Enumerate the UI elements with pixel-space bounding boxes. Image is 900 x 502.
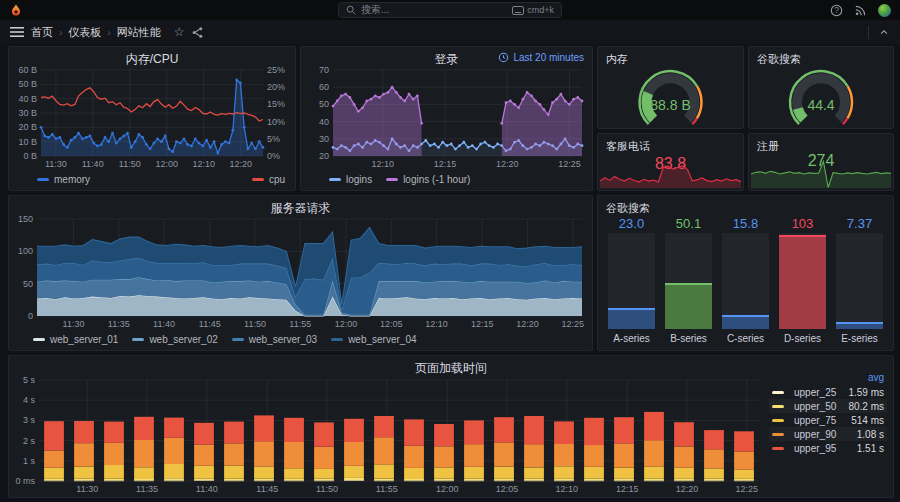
server-requests-chart[interactable]: 05010015011:3011:3511:4011:4511:5011:551… xyxy=(11,214,590,330)
panel-google-gauge: 谷歌搜索 44.4 xyxy=(748,46,894,129)
support-calls-sparkline xyxy=(599,163,742,189)
legend-item-web-server-01[interactable]: web_server_01 xyxy=(33,334,118,345)
legend-label: cpu xyxy=(269,174,285,185)
legend-label: upper_95 xyxy=(794,443,836,454)
svg-text:40: 40 xyxy=(319,117,329,127)
svg-text:11:50: 11:50 xyxy=(316,484,338,494)
breadcrumb-toolbar: 首页 › 仪表板 › 网站性能 ☆ xyxy=(0,20,900,44)
legend-value: 80.2 ms xyxy=(848,401,884,412)
svg-text:11:40: 11:40 xyxy=(153,319,175,329)
legend-swatch xyxy=(386,178,398,181)
breadcrumb-dashboards[interactable]: 仪表板 xyxy=(68,25,101,40)
bar-gauge-column: 50.1 B-series xyxy=(665,216,712,345)
legend-item-logins-1h[interactable]: logins (-1 hour) xyxy=(386,174,470,185)
legend-item-cpu[interactable]: cpu xyxy=(252,174,285,185)
svg-text:12:20: 12:20 xyxy=(496,159,519,169)
bar-fill xyxy=(722,315,769,329)
svg-text:12:10: 12:10 xyxy=(425,319,448,329)
svg-text:12:10: 12:10 xyxy=(555,484,578,494)
svg-text:11:45: 11:45 xyxy=(256,484,278,494)
panel-title[interactable]: 客服电话 xyxy=(606,139,650,154)
bar-label: C-series xyxy=(722,329,769,345)
panel-logins: 登录 Last 20 minutes 20304050607012:1012:1… xyxy=(300,46,593,191)
svg-text:11:50: 11:50 xyxy=(119,159,141,169)
svg-text:20 B: 20 B xyxy=(18,122,37,132)
svg-text:12:15: 12:15 xyxy=(434,159,457,169)
svg-text:11:50: 11:50 xyxy=(244,319,266,329)
legend: logins logins (-1 hour) xyxy=(301,172,592,187)
bar-value: 15.8 xyxy=(722,216,769,233)
search-placeholder: 搜索... xyxy=(361,3,389,17)
svg-text:60 B: 60 B xyxy=(18,65,37,75)
legend-label: web_server_01 xyxy=(50,334,118,345)
memory-cpu-chart[interactable]: 0 B10 B20 B30 B40 B50 B60 B0%5%10%15%20%… xyxy=(11,65,293,170)
sign-ups-sparkline xyxy=(750,159,892,189)
menu-icon[interactable] xyxy=(10,26,24,38)
svg-text:12:15: 12:15 xyxy=(471,319,494,329)
share-icon[interactable] xyxy=(191,26,204,39)
svg-text:12:25: 12:25 xyxy=(558,159,581,169)
svg-text:40 B: 40 B xyxy=(18,94,37,104)
svg-text:0: 0 xyxy=(28,311,33,321)
legend-swatch xyxy=(772,447,784,450)
svg-text:12:05: 12:05 xyxy=(496,484,519,494)
svg-text:11:45: 11:45 xyxy=(199,319,221,329)
legend-item-web-server-03[interactable]: web_server_03 xyxy=(232,334,317,345)
search-input[interactable]: 搜索... cmd+k xyxy=(338,2,562,18)
breadcrumb-separator: › xyxy=(59,27,62,38)
legend-item-web-server-04[interactable]: web_server_04 xyxy=(331,334,416,345)
bar-fill xyxy=(836,322,883,329)
svg-text:12:00: 12:00 xyxy=(436,484,459,494)
star-icon[interactable]: ☆ xyxy=(174,26,185,38)
svg-text:2 s: 2 s xyxy=(23,436,36,446)
panel-title[interactable]: 谷歌搜索 xyxy=(606,201,650,216)
legend-item-upper-95[interactable]: upper_951.51 s xyxy=(769,441,887,455)
svg-text:11:35: 11:35 xyxy=(108,319,130,329)
legend-swatch xyxy=(772,433,784,436)
gauge-value: 88.8 B xyxy=(598,97,743,113)
news-icon[interactable] xyxy=(854,4,867,17)
legend-item-upper-90[interactable]: upper_901.08 s xyxy=(769,427,887,441)
svg-text:12:05: 12:05 xyxy=(380,319,403,329)
legend-item-upper-25[interactable]: upper_251.59 ms xyxy=(769,385,887,399)
legend-label: upper_50 xyxy=(794,401,836,412)
legend-label: memory xyxy=(54,174,90,185)
svg-text:11:40: 11:40 xyxy=(82,159,104,169)
search-icon xyxy=(346,5,356,15)
grafana-logo[interactable] xyxy=(9,3,23,17)
svg-text:60: 60 xyxy=(319,82,329,92)
avatar[interactable] xyxy=(878,4,891,17)
bar-track xyxy=(722,233,769,329)
bar-fill xyxy=(665,283,712,329)
gauge-value: 44.4 xyxy=(749,97,893,113)
legend-item-memory[interactable]: memory xyxy=(37,174,90,185)
legend-label: web_server_02 xyxy=(149,334,217,345)
legend-item-upper-75[interactable]: upper_75514 ms xyxy=(769,413,887,427)
collapse-chevron-icon[interactable] xyxy=(878,27,890,37)
svg-text:11:55: 11:55 xyxy=(376,484,398,494)
bar-value: 7.37 xyxy=(836,216,883,233)
panel-sign-ups: 注册 274 xyxy=(748,133,894,191)
bar-track xyxy=(665,233,712,329)
panel-page-load-time: 页面加载时间 0 ms1 s2 s3 s4 s5 s11:3011:3511:4… xyxy=(8,355,894,498)
page-load-chart[interactable]: 0 ms1 s2 s3 s4 s5 s11:3011:3511:4011:451… xyxy=(11,374,765,495)
svg-text:11:30: 11:30 xyxy=(45,159,67,169)
svg-text:12:20: 12:20 xyxy=(676,484,699,494)
legend-value: 1.59 ms xyxy=(848,387,884,398)
svg-text:12:25: 12:25 xyxy=(735,484,758,494)
breadcrumb-home[interactable]: 首页 xyxy=(31,25,53,40)
legend-item-upper-50[interactable]: upper_5080.2 ms xyxy=(769,399,887,413)
legend-item-logins[interactable]: logins xyxy=(329,174,372,185)
legend-item-web-server-02[interactable]: web_server_02 xyxy=(132,334,217,345)
help-icon[interactable]: ? xyxy=(830,4,843,17)
svg-text:4 s: 4 s xyxy=(23,395,36,405)
svg-text:12:20: 12:20 xyxy=(230,159,253,169)
legend-label: logins xyxy=(346,174,372,185)
svg-text:50: 50 xyxy=(23,279,33,289)
bar-track xyxy=(608,233,655,329)
logins-chart[interactable]: 20304050607012:1012:1512:2012:25 xyxy=(303,65,590,170)
breadcrumb-current[interactable]: 网站性能 xyxy=(117,25,161,40)
legend-avg-header[interactable]: avg xyxy=(769,372,887,385)
google-searches-bar-gauge[interactable]: 23.0 A-series 50.1 B-series 15.8 C-serie… xyxy=(608,216,883,345)
svg-text:11:55: 11:55 xyxy=(289,319,311,329)
